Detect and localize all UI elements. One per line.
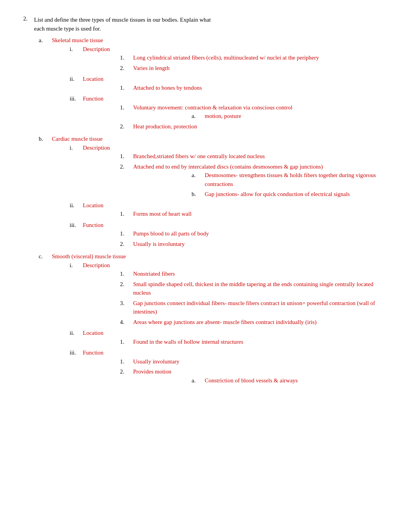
c-iii-item-1-text: Usually involuntary xyxy=(133,357,392,366)
c-iii-item-2-sub-a-label: a. xyxy=(192,376,202,385)
section-a-ii-label: ii. xyxy=(70,75,80,84)
question-line-1: List and define the three types of muscl… xyxy=(34,15,211,24)
b-i-item-2: 2. Attached end to end by intercalated d… xyxy=(70,162,392,199)
c-i-item-3-row: 3. Gap junctions connect individual fibe… xyxy=(120,299,392,316)
section-c-ii-title: Location xyxy=(83,329,392,338)
b-ii-item-1-row: 1. Forms most of heart wall xyxy=(120,210,392,218)
a-ii-item-1-text: Attached to bones by tendons xyxy=(133,84,392,92)
section-a-ii-title: Location xyxy=(83,75,392,84)
section-b-title: Cardiac muscle tissue xyxy=(52,135,392,143)
b-i-item-1: 1. Branched,striated fibers w/ one centr… xyxy=(70,152,392,161)
a-iii-item-1-text: Voluntary movement: contraction & relaxa… xyxy=(133,103,392,112)
section-b-ii-title: Location xyxy=(83,201,392,210)
a-iii-item-1-sub-a-label: a. xyxy=(192,112,202,121)
section-b-i-header: i. Description xyxy=(70,143,392,152)
a-iii-item-1-sub-a-row: a. motion, posture xyxy=(192,112,392,121)
question-line-2: each muscle type is used for. xyxy=(34,24,211,33)
c-i-item-4-text: Areas where gap junctions are absent- mu… xyxy=(133,318,392,327)
c-ii-item-1-label: 1. xyxy=(120,338,130,346)
a-i-item-1-text: Long cylindrical striated fibers (cells)… xyxy=(133,53,392,62)
c-ii-item-1-row: 1. Found in the walls of hollow internal… xyxy=(120,338,392,346)
section-b-i-title: Description xyxy=(83,143,392,152)
c-iii-item-2-sub-a-text: Constriction of blood vessels & airways xyxy=(205,376,392,385)
a-iii-item-2-text: Heat production, protection xyxy=(133,122,392,131)
b-i-item-2-sub-b-row: b. Gap junctions- allow for quick conduc… xyxy=(192,190,392,199)
b-i-item-2-sub-b-label: b. xyxy=(192,190,202,199)
c-i-item-3-label: 3. xyxy=(120,299,130,316)
section-a-header: a. Skeletal muscle tissue xyxy=(39,36,392,45)
c-iii-item-2: 2. Provides motion a. Constriction of bl… xyxy=(70,367,392,385)
b-ii-item-1-label: 1. xyxy=(120,210,130,218)
section-c-i-header: i. Description xyxy=(70,261,392,270)
a-iii-item-1-sub-a-text: motion, posture xyxy=(205,112,392,121)
section-c-i: i. Description 1. Nonstriated fibers 2. … xyxy=(39,261,392,327)
c-i-item-4: 4. Areas where gap junctions are absent-… xyxy=(70,318,392,327)
a-i-item-2-label: 2. xyxy=(120,64,130,73)
section-b-iii-title: Function xyxy=(83,221,392,230)
section-a-ii: ii. Location 1. Attached to bones by ten… xyxy=(39,75,392,92)
section-a-i-title: Description xyxy=(83,45,392,54)
b-iii-item-1-row: 1. Pumps blood to all parts of body xyxy=(120,229,392,238)
section-b-ii-label: ii. xyxy=(70,201,80,210)
question-number: 2. xyxy=(23,15,31,33)
b-iii-item-2-label: 2. xyxy=(120,240,130,249)
b-i-item-2-sub-a: a. Desmosomes- strengthens tissues & hol… xyxy=(120,171,392,188)
section-c-i-title: Description xyxy=(83,261,392,270)
c-i-item-1-row: 1. Nonstriated fibers xyxy=(120,269,392,278)
c-i-item-4-row: 4. Areas where gap junctions are absent-… xyxy=(120,318,392,327)
section-b-label: b. xyxy=(39,135,49,143)
section-a-iii-label: iii. xyxy=(70,94,80,103)
section-a: a. Skeletal muscle tissue i. Description… xyxy=(23,36,392,131)
b-i-item-2-sub-a-row: a. Desmosomes- strengthens tissues & hol… xyxy=(192,171,392,188)
c-iii-item-2-label: 2. xyxy=(120,367,130,376)
a-iii-item-1-row: 1. Voluntary movement: contraction & rel… xyxy=(120,103,392,112)
b-i-item-2-label: 2. xyxy=(120,162,130,171)
section-c-iii: iii. Function 1. Usually involuntary 2. … xyxy=(39,348,392,385)
a-ii-item-1-row: 1. Attached to bones by tendons xyxy=(120,84,392,92)
section-a-iii: iii. Function 1. Voluntary movement: con… xyxy=(39,94,392,131)
b-i-item-2-text: Attached end to end by intercalated disc… xyxy=(133,162,392,171)
section-c: c. Smooth (visceral) muscle tissue i. De… xyxy=(23,252,392,385)
section-a-title: Skeletal muscle tissue xyxy=(52,36,392,45)
section-c-header: c. Smooth (visceral) muscle tissue xyxy=(39,252,392,261)
a-i-item-2: 2. Varies in length xyxy=(70,64,392,73)
b-i-item-1-row: 1. Branched,striated fibers w/ one centr… xyxy=(120,152,392,161)
c-i-item-2-label: 2. xyxy=(120,280,130,297)
section-c-ii: ii. Location 1. Found in the walls of ho… xyxy=(39,329,392,346)
b-i-item-2-sub-a-text: Desmosomes- strengthens tissues & holds … xyxy=(205,171,392,188)
section-c-ii-header: ii. Location xyxy=(70,329,392,338)
c-i-item-1-label: 1. xyxy=(120,269,130,278)
c-iii-item-1-label: 1. xyxy=(120,357,130,366)
a-iii-item-2-row: 2. Heat production, protection xyxy=(120,122,392,131)
a-i-item-1: 1. Long cylindrical striated fibers (cel… xyxy=(70,53,392,62)
section-b-iii-header: iii. Function xyxy=(70,221,392,230)
section-c-i-label: i. xyxy=(70,261,80,270)
b-i-item-2-sub-a-label: a. xyxy=(192,171,202,188)
section-c-iii-label: iii. xyxy=(70,348,80,357)
section-c-label: c. xyxy=(39,252,49,261)
a-iii-item-2-label: 2. xyxy=(120,122,130,131)
c-iii-item-2-sub-a: a. Constriction of blood vessels & airwa… xyxy=(120,376,392,385)
c-i-item-1: 1. Nonstriated fibers xyxy=(70,269,392,278)
a-ii-item-1: 1. Attached to bones by tendons xyxy=(70,84,392,92)
b-iii-item-2-row: 2. Usually is involuntary xyxy=(120,240,392,249)
section-a-i: i. Description 1. Long cylindrical stria… xyxy=(39,45,392,73)
section-a-i-header: i. Description xyxy=(70,45,392,54)
c-i-item-4-label: 4. xyxy=(120,318,130,327)
b-i-item-2-sub-b-text: Gap junctions- allow for quick conductio… xyxy=(205,190,392,199)
section-b-iii-label: iii. xyxy=(70,221,80,230)
section-c-iii-header: iii. Function xyxy=(70,348,392,357)
section-a-ii-header: ii. Location xyxy=(70,75,392,84)
b-iii-item-1-text: Pumps blood to all parts of body xyxy=(133,229,392,238)
b-i-item-1-text: Branched,striated fibers w/ one centrall… xyxy=(133,152,392,161)
c-iii-item-1-row: 1. Usually involuntary xyxy=(120,357,392,366)
section-b-ii: ii. Location 1. Forms most of heart wall xyxy=(39,201,392,218)
c-iii-item-2-text: Provides motion xyxy=(133,367,392,376)
section-a-label: a. xyxy=(39,36,49,45)
a-i-item-2-row: 2. Varies in length xyxy=(120,64,392,73)
c-ii-item-1-text: Found in the walls of hollow internal st… xyxy=(133,338,392,346)
b-iii-item-2: 2. Usually is involuntary xyxy=(70,240,392,249)
b-iii-item-2-text: Usually is involuntary xyxy=(133,240,392,249)
section-b-i-label: i. xyxy=(70,143,80,152)
b-i-item-2-row: 2. Attached end to end by intercalated d… xyxy=(120,162,392,171)
